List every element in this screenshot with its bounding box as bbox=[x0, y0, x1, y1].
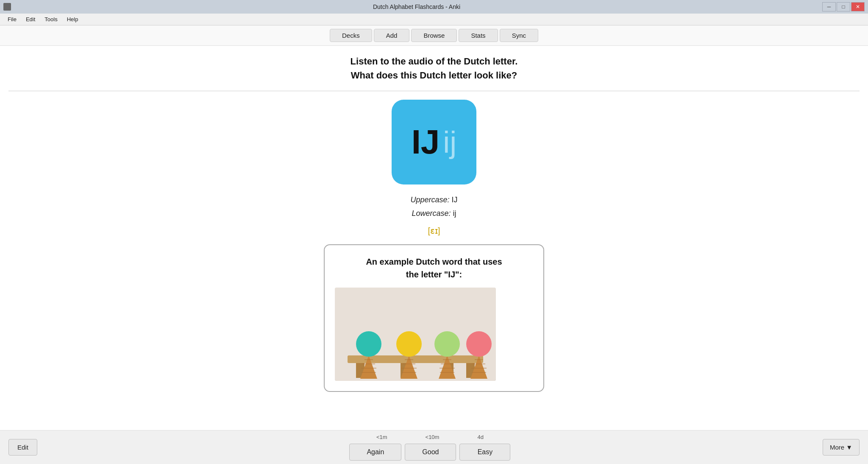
nav-browse[interactable]: Browse bbox=[411, 29, 457, 42]
divider bbox=[8, 91, 860, 91]
nav-add[interactable]: Add bbox=[374, 29, 410, 42]
case-info: Uppercase: IJ Lowercase: ij bbox=[410, 193, 457, 221]
svg-point-11 bbox=[356, 331, 381, 357]
window-controls: ─ □ ✕ bbox=[822, 2, 865, 11]
easy-button[interactable]: Easy bbox=[459, 444, 510, 461]
svg-point-17 bbox=[396, 331, 422, 357]
uppercase-value: IJ bbox=[452, 196, 458, 204]
good-button[interactable]: Good bbox=[405, 444, 456, 461]
svg-point-23 bbox=[434, 331, 460, 357]
menu-tools[interactable]: Tools bbox=[40, 15, 61, 24]
letter-uppercase-display: IJ bbox=[412, 123, 440, 162]
letter-lowercase-display: ij bbox=[443, 125, 456, 159]
edit-button[interactable]: Edit bbox=[8, 439, 37, 456]
more-arrow-icon: ▼ bbox=[846, 444, 852, 451]
ice-cream-image bbox=[335, 288, 496, 381]
question-text: Listen to the audio of the Dutch letter.… bbox=[351, 54, 518, 82]
close-button[interactable]: ✕ bbox=[851, 2, 865, 11]
menu-bar: File Edit Tools Help bbox=[0, 14, 868, 25]
again-button[interactable]: Again bbox=[349, 444, 401, 461]
letter-card: IJ ij bbox=[392, 100, 476, 184]
nav-decks[interactable]: Decks bbox=[330, 29, 372, 42]
menu-file[interactable]: File bbox=[3, 15, 21, 24]
ice-cream-svg bbox=[335, 288, 496, 381]
answer-section: <1m <10m 4d Again Good Easy bbox=[349, 434, 510, 461]
title-bar-left bbox=[3, 3, 11, 11]
anki-icon bbox=[3, 3, 11, 11]
minimize-button[interactable]: ─ bbox=[822, 2, 836, 11]
title-bar: Dutch Alphabet Flashcards - Anki ─ □ ✕ bbox=[0, 0, 868, 14]
lowercase-value: ij bbox=[453, 209, 456, 218]
nav-sync[interactable]: Sync bbox=[500, 29, 538, 42]
pronunciation: [ɛɪ] bbox=[428, 226, 440, 236]
card-content: Listen to the audio of the Dutch letter.… bbox=[0, 46, 868, 430]
example-title-line1: An example Dutch word that uses bbox=[335, 255, 533, 268]
menu-edit[interactable]: Edit bbox=[22, 15, 39, 24]
easy-time: 4d bbox=[477, 434, 483, 440]
nav-toolbar: Decks Add Browse Stats Sync bbox=[0, 25, 868, 46]
lowercase-info: Lowercase: ij bbox=[410, 207, 457, 220]
svg-point-29 bbox=[466, 331, 492, 357]
window-title: Dutch Alphabet Flashcards - Anki bbox=[11, 3, 822, 10]
example-title-line2: the letter "IJ": bbox=[335, 268, 533, 281]
uppercase-label: Uppercase: bbox=[410, 196, 449, 204]
nav-stats[interactable]: Stats bbox=[459, 29, 498, 42]
good-time: <10m bbox=[426, 434, 440, 440]
more-button[interactable]: More ▼ bbox=[823, 439, 860, 456]
example-box: An example Dutch word that uses the lett… bbox=[324, 244, 544, 392]
again-time: <1m bbox=[376, 434, 387, 440]
question-line1: Listen to the audio of the Dutch letter. bbox=[351, 54, 518, 68]
more-label: More bbox=[830, 444, 844, 451]
menu-help[interactable]: Help bbox=[63, 15, 83, 24]
restore-button[interactable]: □ bbox=[837, 2, 850, 11]
uppercase-info: Uppercase: IJ bbox=[410, 193, 457, 207]
lowercase-label: Lowercase: bbox=[412, 209, 451, 218]
example-title: An example Dutch word that uses the lett… bbox=[335, 255, 533, 281]
answer-buttons: Again Good Easy bbox=[349, 444, 510, 461]
question-line2: What does this Dutch letter look like? bbox=[351, 68, 518, 82]
time-labels: <1m <10m 4d bbox=[376, 434, 484, 440]
bottom-bar: Edit <1m <10m 4d Again Good Easy More ▼ bbox=[0, 430, 868, 464]
